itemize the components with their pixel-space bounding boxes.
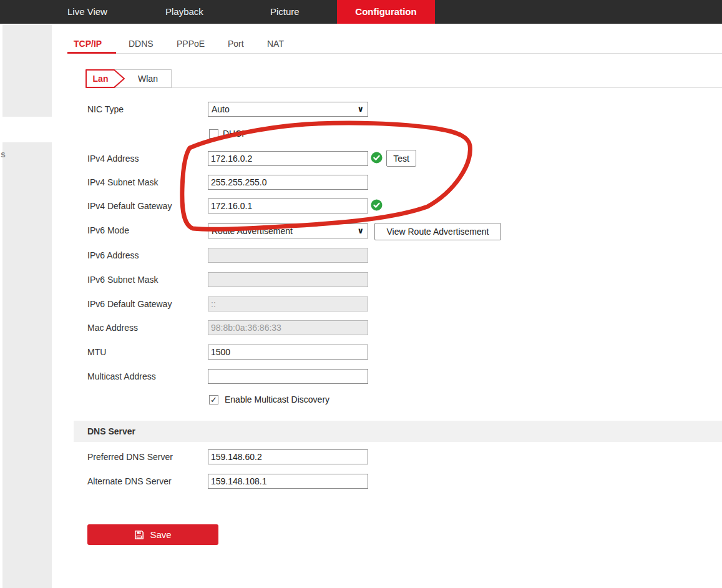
ipv6-default-gateway-input <box>208 296 368 311</box>
subtab-lan-label[interactable]: Lan <box>85 69 115 88</box>
valid-check-icon <box>371 152 383 164</box>
ipv6-subnet-mask-label: IPv6 Subnet Mask <box>87 275 159 285</box>
chevron-down-icon: ∨ <box>357 102 364 116</box>
ipv6-default-gateway-label: IPv6 Default Gateway <box>87 299 172 309</box>
save-button[interactable]: Save <box>87 524 218 545</box>
alternate-dns-label: Alternate DNS Server <box>87 476 172 486</box>
preferred-dns-label: Preferred DNS Server <box>87 452 173 462</box>
save-icon <box>134 530 144 540</box>
mac-address-input <box>208 320 368 335</box>
ipv6-address-input <box>208 248 368 263</box>
tab-ddns[interactable]: DDNS <box>129 39 154 49</box>
dns-server-section-header: DNS Server <box>74 421 722 442</box>
tab-tcpip[interactable]: TCP/IP <box>74 39 102 49</box>
multicast-address-label: Multicast Address <box>87 371 156 381</box>
preferred-dns-input[interactable] <box>208 449 368 464</box>
tcpip-configuration-page: Live View Playback Picture Configuration… <box>0 0 722 588</box>
multicast-discovery-checkbox[interactable]: ✓ <box>209 395 218 404</box>
nic-type-select[interactable]: Auto ∨ <box>208 102 368 117</box>
ipv4-subnet-mask-input[interactable] <box>208 175 368 190</box>
ipv4-default-gateway-label: IPv4 Default Gateway <box>87 201 172 211</box>
sidebar-block-bottom <box>2 142 52 588</box>
multicast-address-input[interactable] <box>208 369 368 384</box>
subtab-lan[interactable]: Lan <box>85 69 125 89</box>
active-tab-underline <box>67 52 116 54</box>
nav-configuration[interactable]: Configuration <box>337 0 435 24</box>
dhcp-label: DHCP <box>223 129 248 139</box>
mtu-label: MTU <box>87 347 106 357</box>
dhcp-checkbox[interactable] <box>209 129 218 139</box>
mac-address-label: Mac Address <box>87 323 138 333</box>
sidebar-block-top <box>2 25 52 117</box>
ipv6-mode-value: Route Advertisement <box>212 226 293 236</box>
mtu-input[interactable] <box>208 345 368 360</box>
view-route-advertisement-button[interactable]: View Route Advertisement <box>374 223 501 240</box>
subtab-divider-line <box>85 87 722 88</box>
tab-pppoe[interactable]: PPPoE <box>177 39 205 49</box>
tab-port[interactable]: Port <box>228 39 244 49</box>
tab-nat[interactable]: NAT <box>267 39 284 49</box>
nav-live-view[interactable]: Live View <box>67 0 107 24</box>
ipv4-default-gateway-input[interactable] <box>208 198 368 213</box>
save-button-label: Save <box>150 529 171 540</box>
ipv4-subnet-mask-label: IPv4 Subnet Mask <box>87 177 159 187</box>
tab-divider-line <box>67 53 722 54</box>
ipv4-address-label: IPv4 Address <box>87 154 139 164</box>
ipv6-address-label: IPv6 Address <box>87 250 139 260</box>
top-navigation-bar: Live View Playback Picture Configuration <box>0 0 722 24</box>
ipv4-address-input[interactable] <box>208 151 368 166</box>
ipv6-mode-select[interactable]: Route Advertisement ∨ <box>208 223 368 238</box>
nic-type-label: NIC Type <box>87 104 124 114</box>
alternate-dns-input[interactable] <box>208 474 368 489</box>
nav-picture[interactable]: Picture <box>270 0 300 24</box>
chevron-down-icon: ∨ <box>357 224 364 238</box>
multicast-discovery-label: Enable Multicast Discovery <box>225 394 329 404</box>
nic-type-value: Auto <box>212 104 230 114</box>
ipv6-subnet-mask-input <box>208 272 368 287</box>
valid-check-icon <box>371 199 383 211</box>
ipv6-mode-label: IPv6 Mode <box>87 225 129 235</box>
test-button[interactable]: Test <box>386 150 416 167</box>
subtab-wlan-label[interactable]: Wlan <box>124 69 172 88</box>
sidebar-truncated-label: s <box>1 149 6 159</box>
nav-playback[interactable]: Playback <box>165 0 203 24</box>
dns-server-header-label: DNS Server <box>87 421 722 442</box>
